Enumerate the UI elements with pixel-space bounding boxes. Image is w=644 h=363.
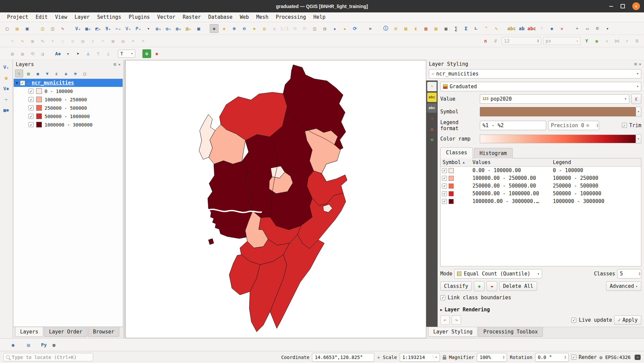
filter-expression-icon[interactable]: ε xyxy=(53,69,61,77)
minimize-button[interactable] xyxy=(609,6,613,7)
undo-icon[interactable]: ↶ xyxy=(129,37,137,45)
enable-tracing-icon[interactable]: Y xyxy=(582,37,591,45)
field-calculator-icon[interactable]: ∑ xyxy=(452,24,460,33)
spin-arrows-icon[interactable]: ▲▼ xyxy=(503,355,504,359)
new-geopackage-layer-icon[interactable]: ✑ xyxy=(2,95,11,104)
add-raster-layer-icon[interactable]: ▦₊ xyxy=(84,24,92,33)
add-arcgis-layer-icon[interactable]: ◍₊ xyxy=(164,24,173,33)
add-record-icon[interactable]: ◌ xyxy=(58,37,67,45)
port-pier-polygon[interactable] xyxy=(208,239,214,245)
close-panel-icon[interactable]: ✕ xyxy=(639,62,641,66)
row-checkbox[interactable]: ✓ xyxy=(442,168,447,173)
move-label-icon[interactable]: ▦ xyxy=(18,49,27,58)
redo-style-icon[interactable]: ↷ xyxy=(452,315,461,325)
live-update-checkbox[interactable]: ✓ xyxy=(571,318,576,323)
snapping-menu-arrow-icon[interactable]: ▾ xyxy=(623,37,631,45)
snapping-type-icon[interactable]: # xyxy=(491,37,500,45)
paste-features-icon[interactable]: ▤ xyxy=(119,37,127,45)
label-rules-icon[interactable]: abc xyxy=(527,24,536,33)
menu-item[interactable]: Help xyxy=(310,13,329,21)
labeling-options-icon[interactable]: abc xyxy=(507,24,516,33)
apply-button[interactable]: ✓ Apply xyxy=(614,315,641,325)
value-field-combo[interactable]: 123 pop2020 ▾ xyxy=(480,94,629,104)
title-bar[interactable]: graduated — QGIS [BNHR_light_training] ✕ xyxy=(0,0,644,12)
add-virtual-layer-icon[interactable]: ▦ xyxy=(194,24,203,33)
zoom-to-selection-icon[interactable]: ◎ xyxy=(260,24,269,33)
class-color-swatch[interactable] xyxy=(36,88,42,94)
menu-item[interactable]: Database xyxy=(204,13,236,21)
metasearch-icon[interactable]: ◉ xyxy=(9,341,17,349)
menu-item[interactable]: Vector xyxy=(153,13,179,21)
select-cursor-icon[interactable]: ➤ xyxy=(74,49,82,58)
run-feature-action-icon[interactable]: ⚙ xyxy=(391,24,400,33)
topological-editing-icon[interactable]: ⋈ xyxy=(613,37,621,45)
class-visibility-checkbox[interactable]: ✓ xyxy=(28,105,34,110)
zoom-to-layer-icon[interactable]: ◉ xyxy=(270,24,279,33)
show-spatial-bookmarks-icon[interactable]: ★ xyxy=(340,24,349,33)
legend-class-row[interactable]: ✓ 1000000 - 3000000 xyxy=(14,120,123,129)
classes-table-row[interactable]: ✓ 0.00 - 100000.00 0 - 100000 xyxy=(441,167,641,174)
row-checkbox[interactable]: ✓ xyxy=(442,176,447,181)
new-project-icon[interactable]: ▢ xyxy=(3,24,11,33)
undo-style-icon[interactable]: ↶ xyxy=(440,315,450,325)
color-ramp-dropdown-icon[interactable]: ▾ xyxy=(636,134,641,144)
zoom-next-icon[interactable]: ⟳ xyxy=(300,24,309,33)
add-group-icon[interactable]: ▤ xyxy=(24,69,33,77)
add-postgis-layer-icon[interactable]: P₊ xyxy=(134,24,143,33)
advanced-button[interactable]: Advanced ▾ xyxy=(606,281,641,291)
new-spatial-bookmark-icon[interactable]: ★ xyxy=(330,24,339,33)
scale-combo[interactable]: 1:193214 ▾ xyxy=(400,353,440,362)
menu-item[interactable]: Layer xyxy=(71,13,93,21)
text-annotation-combo[interactable]: T ▾ xyxy=(118,50,135,58)
map-canvas[interactable] xyxy=(125,60,426,338)
spin-arrows-icon[interactable]: ▲▼ xyxy=(565,355,566,359)
menu-item[interactable]: Project xyxy=(3,13,32,21)
row-color-swatch[interactable] xyxy=(449,184,454,189)
classes-table-row[interactable]: ✓ 100000.00 - 250000.00 100000 - 250000 xyxy=(441,174,641,182)
pan-map-icon[interactable]: ✥ xyxy=(210,24,218,33)
new-print-layout-icon[interactable]: ◫ xyxy=(38,24,47,33)
symbol-button[interactable] xyxy=(480,107,636,116)
db-manager-icon[interactable]: ▤ xyxy=(24,341,33,349)
float-panel-icon[interactable]: ⊡ xyxy=(635,62,637,66)
classes-table-header[interactable]: Symbol ▲ Values Legend xyxy=(441,158,641,167)
spin-arrows-icon[interactable]: ▲▼ xyxy=(597,123,598,127)
zoom-last-icon[interactable]: ⟲ xyxy=(290,24,299,33)
symbology-tab-icon[interactable]: ✎ xyxy=(427,82,437,91)
menu-item[interactable]: Web xyxy=(236,13,253,21)
class-color-swatch[interactable] xyxy=(36,122,42,127)
legend-class-row[interactable]: ✓ 100000 - 250000 xyxy=(14,95,123,104)
menu-item[interactable]: Processing xyxy=(272,13,310,21)
lock-scale-icon[interactable] xyxy=(443,357,446,360)
class-color-swatch[interactable] xyxy=(36,97,42,102)
row-checkbox[interactable]: ✓ xyxy=(442,191,447,196)
pin-unpin-labels-icon[interactable]: ⊤ xyxy=(94,49,103,58)
toolbar-overflow-icon[interactable]: » xyxy=(366,24,375,33)
new-virtual-layer-icon[interactable]: ▦✱ xyxy=(2,106,11,114)
quickmap-services-icon[interactable]: ◍ xyxy=(50,341,58,349)
panel-tab[interactable]: Histogram xyxy=(474,148,512,158)
add-xyz-layer-icon[interactable]: ◍ xyxy=(2,73,11,82)
show-hidden-labels-icon[interactable]: ⊥ xyxy=(104,49,113,58)
digitize-menu-arrow-icon[interactable]: ▾ xyxy=(48,37,57,45)
open-project-icon[interactable]: ▤ xyxy=(13,24,21,33)
collapse-all-icon[interactable]: ⇈ xyxy=(71,69,79,77)
new-geopackage-layer-icon[interactable]: ✑₊ xyxy=(114,24,123,33)
expand-arrow-icon[interactable]: ▼ xyxy=(16,81,18,85)
render-checkbox[interactable]: ✓ xyxy=(571,355,576,360)
add-class-button[interactable]: ✚ xyxy=(474,281,485,291)
manage-map-themes-icon[interactable]: ◉ xyxy=(34,69,42,77)
dock-tab[interactable]: Layers xyxy=(15,327,43,337)
cut-features-icon[interactable]: ✂ xyxy=(99,37,107,45)
add-vector-tile-layer-icon[interactable]: ▥₊ xyxy=(184,24,193,33)
close-panel-icon[interactable]: ✕ xyxy=(118,62,121,67)
classify-button[interactable]: Classify xyxy=(440,281,472,291)
python-console-icon[interactable]: Py xyxy=(40,341,48,349)
expand-all-icon[interactable]: ⇊ xyxy=(62,69,70,77)
new-map-view-icon[interactable]: ◫ xyxy=(310,24,319,33)
select-features-icon[interactable]: ▧ xyxy=(401,24,410,33)
show-layout-manager-icon[interactable]: ◫ xyxy=(48,24,57,33)
map-tips-icon[interactable]: ❞ xyxy=(482,24,491,33)
save-layer-edits-icon[interactable]: ▣ xyxy=(28,37,37,45)
add-delimited-text-layer-icon[interactable]: 9₊ xyxy=(104,24,113,33)
